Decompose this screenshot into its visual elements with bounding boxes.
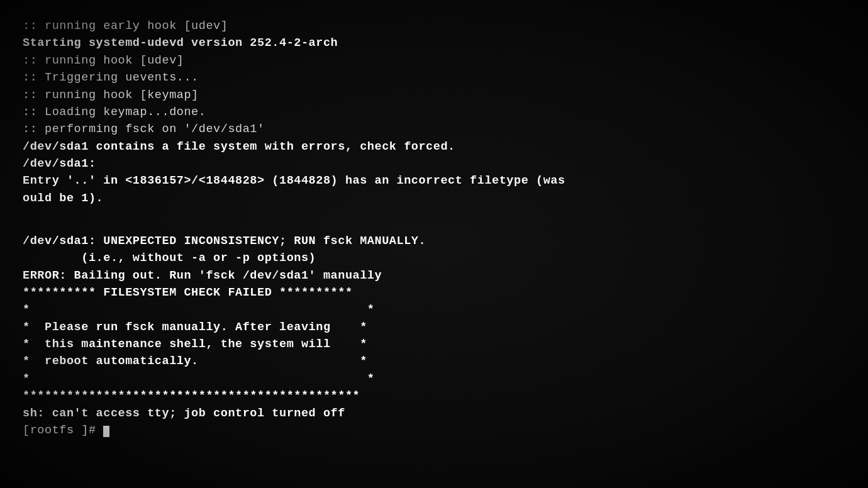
- terminal-line-line18: * this maintenance shell, the system wil…: [23, 336, 845, 353]
- terminal-line-line12: /dev/sda1: UNEXPECTED INCONSISTENCY; RUN…: [23, 233, 845, 250]
- terminal-line-line19: * reboot automatically. *: [23, 353, 845, 370]
- terminal-line-line22: sh: can't access tty; job control turned…: [23, 405, 845, 422]
- terminal-line-line3: :: running hook [udev]: [23, 52, 845, 69]
- terminal-line-line20: * *: [23, 370, 845, 387]
- terminal-line-line2: Starting systemd-udevd version 252.4-2-a…: [23, 35, 845, 52]
- terminal-line-line21: ****************************************…: [23, 387, 845, 404]
- terminal-line-line15: ********** FILESYSTEM CHECK FAILED *****…: [23, 284, 845, 301]
- terminal-line-line6: :: Loading keymap...done.: [23, 104, 845, 121]
- terminal-line-line13: (i.e., without -a or -p options): [23, 250, 845, 267]
- terminal-line-line4: :: Triggering uevents...: [23, 69, 845, 86]
- terminal-line-line1: :: running early hook [udev]: [23, 18, 845, 35]
- terminal-line-line11: ould be 1).: [23, 190, 845, 207]
- terminal-cursor: [103, 426, 109, 437]
- terminal-line-line17: * Please run fsck manually. After leavin…: [23, 319, 845, 336]
- terminal-spacer: [23, 207, 845, 219]
- terminal-screen: :: running early hook [udev] Starting sy…: [0, 0, 868, 488]
- terminal-line-line14: ERROR: Bailing out. Run 'fsck /dev/sda1'…: [23, 267, 845, 284]
- terminal-line-line8: /dev/sda1 contains a file system with er…: [23, 138, 845, 155]
- terminal-line-line10: Entry '..' in <1836157>/<1844828> (18448…: [23, 172, 845, 189]
- terminal-line-line5: :: running hook [keymap]: [23, 87, 845, 104]
- terminal-line-line7: :: performing fsck on '/dev/sda1': [23, 121, 845, 138]
- terminal-line-line16: * *: [23, 301, 845, 318]
- terminal-line-line9: /dev/sda1:: [23, 155, 845, 172]
- terminal-spacer: [23, 219, 845, 232]
- terminal-line-line23: [rootfs ]#: [23, 422, 845, 439]
